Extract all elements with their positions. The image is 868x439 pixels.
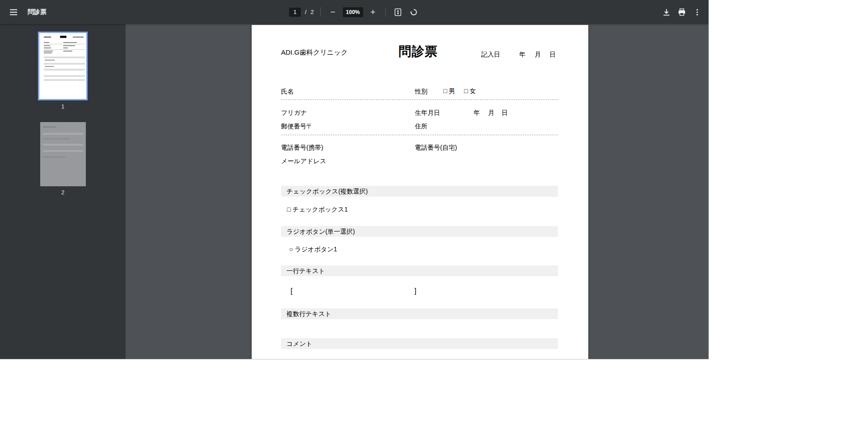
download-button[interactable]	[661, 6, 672, 18]
radio-option: ○ ラジオボタン1	[289, 245, 337, 253]
zoom-out-button[interactable]: −	[327, 6, 339, 18]
page-separator: /	[305, 9, 307, 15]
birthdate-month: 月	[488, 109, 494, 116]
section-header: コメント	[281, 338, 558, 349]
print-button[interactable]	[676, 6, 688, 18]
menu-button[interactable]	[8, 6, 19, 18]
gender-female-checkbox: □ 女	[464, 87, 476, 94]
pdf-page-1: ADI.G歯科クリニック 問診票 記入日 年 月 日 氏名 性別 □ 男 □ 女…	[252, 25, 588, 359]
checkbox-option: □ チェックボックス1	[287, 206, 348, 213]
email-label: メールアドレス	[281, 157, 326, 165]
thumbnail-page-1[interactable]	[38, 32, 88, 100]
document-title: 問診票	[28, 8, 47, 16]
dashed-divider	[281, 99, 558, 100]
screenshot-canvas: 問診票 / 2 − 100% +	[0, 0, 868, 439]
entry-date-label: 記入日	[481, 51, 500, 58]
zoom-in-button[interactable]: +	[367, 6, 379, 18]
section-header: ラジオボタン(単一選択)	[281, 226, 558, 237]
thumbnail-item-1: 1	[0, 32, 126, 110]
clinic-name: ADI.G歯科クリニック	[281, 48, 348, 56]
fit-to-page-icon	[394, 8, 402, 16]
thumbnail-sidebar: 1 2	[0, 24, 126, 359]
toolbar-divider	[385, 7, 385, 17]
gender-male-checkbox: □ 男	[443, 87, 455, 94]
birthdate-day: 日	[502, 109, 508, 116]
toolbar-divider	[320, 7, 321, 17]
text-bracket-open: [	[291, 287, 292, 295]
pdf-viewer-app: 問診票 / 2 − 100% +	[0, 0, 708, 359]
thumbnail-label: 1	[61, 104, 65, 110]
text-bracket-close: ]	[414, 287, 416, 295]
section-header: 複数行テキスト	[281, 308, 558, 319]
section-header: チェックボックス(複数選択)	[281, 186, 558, 197]
print-icon	[678, 8, 686, 16]
section-header: 一行テキスト	[281, 265, 558, 276]
address-label: 住所	[415, 123, 427, 130]
page-total: 2	[310, 9, 314, 15]
form-title: 問診票	[399, 44, 438, 59]
rotate-ccw-icon	[409, 8, 418, 16]
kebab-menu-icon	[693, 8, 701, 16]
more-options-button[interactable]	[691, 6, 703, 18]
hamburger-menu-icon	[9, 8, 18, 16]
toolbar-center-group: / 2 − 100% +	[289, 0, 420, 24]
pdf-toolbar: 問診票 / 2 − 100% +	[0, 0, 708, 24]
thumbnail-page-2[interactable]	[40, 122, 86, 186]
page-number-input[interactable]	[289, 8, 301, 17]
phone-home-label: 電話番号(自宅)	[415, 144, 457, 151]
name-label: 氏名	[281, 88, 294, 95]
fit-page-button[interactable]	[392, 6, 404, 18]
viewer-canvas[interactable]: ADI.G歯科クリニック 問診票 記入日 年 月 日 氏名 性別 □ 男 □ 女…	[126, 24, 708, 359]
toolbar-right-group	[661, 6, 708, 18]
postal-code-label: 郵便番号〒	[281, 123, 313, 130]
toolbar-left-group: 問診票	[0, 6, 47, 18]
birthdate-label: 生年月日	[415, 109, 440, 116]
dashed-divider	[281, 135, 558, 135]
furigana-label: フリガナ	[281, 109, 307, 116]
entry-date-month: 月	[535, 51, 541, 58]
entry-date-day: 日	[549, 51, 556, 58]
download-icon	[662, 8, 671, 16]
zoom-level: 100%	[343, 7, 363, 17]
phone-mobile-label: 電話番号(携帯)	[281, 144, 323, 151]
entry-date-year: 年	[519, 51, 525, 58]
birthdate-year: 年	[474, 109, 480, 116]
gender-label: 性別	[415, 88, 427, 95]
rotate-button[interactable]	[408, 6, 419, 18]
thumbnail-label: 2	[61, 189, 65, 196]
thumbnail-item-2: 2	[0, 122, 126, 196]
